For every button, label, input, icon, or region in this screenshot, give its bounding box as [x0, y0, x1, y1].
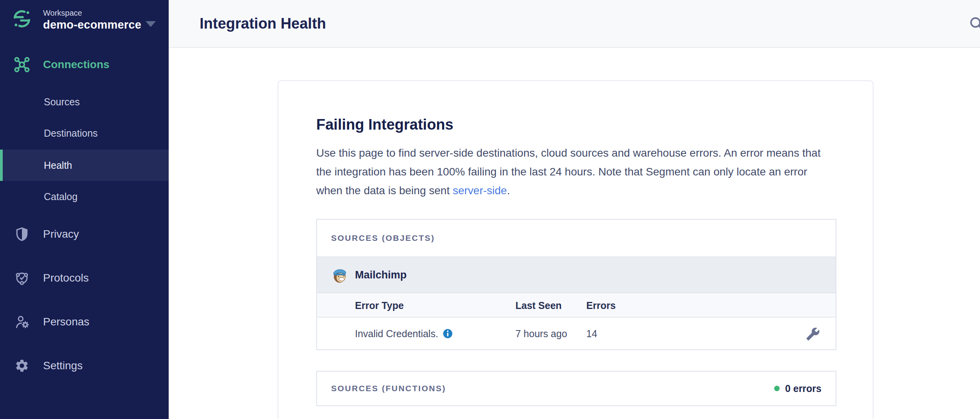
- failing-integrations-card: Failing Integrations Use this page to fi…: [277, 80, 874, 419]
- status-badge: 0 errors: [785, 383, 821, 394]
- column-last-seen: Last Seen: [515, 293, 562, 318]
- sidebar-item-label: Settings: [43, 359, 83, 372]
- error-type-cell: Invalid Credentials.: [355, 318, 453, 350]
- workspace-switcher[interactable]: Workspace demo-ecommerce: [0, 0, 169, 43]
- integration-name: Mailchimp: [355, 269, 407, 281]
- sources-objects-label: SOURCES (OBJECTS): [331, 233, 435, 243]
- sidebar-item-connections[interactable]: Connections: [0, 49, 169, 80]
- status-ok-dot-icon: [774, 386, 780, 391]
- description-period: .: [507, 184, 510, 197]
- wrench-icon: [806, 327, 820, 341]
- integration-row-mailchimp[interactable]: Mailchimp: [317, 256, 836, 293]
- search-icon: [968, 15, 980, 32]
- sidebar-item-label: Health: [44, 160, 72, 171]
- server-side-link[interactable]: server-side: [453, 184, 507, 197]
- personas-icon: [13, 313, 31, 331]
- functions-status: 0 errors: [774, 383, 821, 394]
- sidebar-item-label: Personas: [43, 316, 89, 328]
- sidebar-item-protocols[interactable]: Protocols: [0, 262, 169, 294]
- sources-objects-header-row: SOURCES (OBJECTS): [317, 220, 836, 256]
- fix-button[interactable]: [806, 327, 820, 341]
- sources-functions-table: SOURCES (FUNCTIONS) 0 errors: [316, 371, 836, 406]
- card-heading: Failing Integrations: [316, 116, 453, 133]
- column-error-type: Error Type: [355, 293, 404, 318]
- sidebar-item-health[interactable]: Health: [0, 150, 169, 181]
- sidebar-item-label: Catalog: [44, 191, 77, 202]
- top-bar: Integration Health MZ: [169, 0, 980, 48]
- search-button[interactable]: [965, 0, 980, 47]
- sidebar-item-label: Connections: [43, 58, 110, 71]
- table-row: Invalid Credentials. 7 hours ago 14: [317, 317, 836, 349]
- connections-icon: [13, 56, 31, 73]
- sidebar-item-label: Destinations: [44, 128, 98, 139]
- protocols-icon: [13, 269, 31, 287]
- description-text: Use this page to find server-side destin…: [316, 147, 821, 197]
- sidebar-item-settings[interactable]: Settings: [0, 350, 169, 381]
- sidebar-item-privacy[interactable]: Privacy: [0, 219, 169, 250]
- sidebar-item-label: Sources: [44, 96, 80, 108]
- card-description: Use this page to find server-side destin…: [316, 144, 829, 200]
- sidebar-item-destinations[interactable]: Destinations: [0, 117, 169, 149]
- sidebar-item-label: Privacy: [43, 228, 79, 240]
- mailchimp-logo: [331, 266, 348, 284]
- sidebar-item-sources[interactable]: Sources: [0, 86, 169, 117]
- errors-cell: 14: [586, 318, 597, 350]
- table-column-headers: Error Type Last Seen Errors: [317, 293, 836, 317]
- error-type-text: Invalid Credentials.: [355, 328, 438, 339]
- info-icon[interactable]: [442, 328, 453, 339]
- workspace-label: Workspace: [43, 9, 82, 18]
- sidebar-item-label: Protocols: [43, 272, 89, 284]
- sidebar-item-catalog[interactable]: Catalog: [0, 181, 169, 212]
- chevron-down-icon[interactable]: [146, 21, 156, 27]
- sources-functions-label: SOURCES (FUNCTIONS): [331, 384, 446, 393]
- sidebar-item-personas[interactable]: Personas: [0, 306, 169, 338]
- gear-icon: [13, 357, 31, 374]
- column-errors: Errors: [586, 293, 616, 318]
- sources-objects-table: SOURCES (OBJECTS) Mailchimp Error Type L…: [316, 219, 836, 350]
- sidebar: Workspace demo-ecommerce Connections Sou…: [0, 0, 169, 419]
- workspace-name: demo-ecommerce: [43, 18, 141, 31]
- page-title: Integration Health: [200, 0, 326, 47]
- shield-icon: [13, 226, 31, 243]
- segment-logo-icon: [12, 9, 32, 29]
- last-seen-cell: 7 hours ago: [515, 318, 567, 350]
